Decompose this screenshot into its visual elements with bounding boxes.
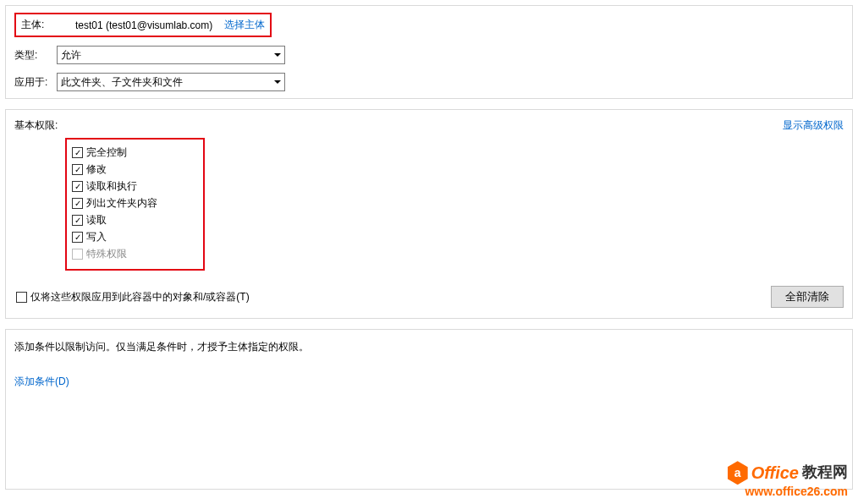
clear-all-button[interactable]: 全部清除 bbox=[771, 286, 844, 308]
permissions-header: 基本权限: 显示高级权限 bbox=[14, 118, 844, 133]
type-label: 类型: bbox=[14, 48, 57, 63]
principal-row: 主体: test01 (test01@visumlab.com) 选择主体 bbox=[14, 13, 844, 37]
perm-label: 写入 bbox=[86, 230, 107, 244]
principal-value: test01 (test01@visumlab.com) bbox=[75, 19, 212, 31]
select-principal-link[interactable]: 选择主体 bbox=[224, 18, 265, 32]
conditions-panel: 添加条件以限制访问。仅当满足条件时，才授予主体指定的权限。 添加条件(D) bbox=[5, 329, 853, 490]
applies-to-value: 此文件夹、子文件夹和文件 bbox=[61, 75, 183, 90]
checkbox-icon[interactable] bbox=[16, 292, 27, 303]
permissions-footer: 仅将这些权限应用到此容器中的对象和/或容器(T) 全部清除 bbox=[14, 286, 844, 308]
chevron-down-icon bbox=[274, 80, 281, 84]
principal-highlight: 主体: test01 (test01@visumlab.com) 选择主体 bbox=[14, 13, 272, 37]
perm-item-list-folder[interactable]: 列出文件夹内容 bbox=[72, 196, 198, 211]
checkbox-icon[interactable] bbox=[72, 164, 83, 175]
watermark-line1: a Office 教程网 bbox=[728, 461, 848, 485]
permissions-title: 基本权限: bbox=[14, 118, 58, 133]
checkbox-icon[interactable] bbox=[72, 147, 83, 158]
apply-only-label: 仅将这些权限应用到此容器中的对象和/或容器(T) bbox=[30, 290, 250, 304]
principal-label: 主体: bbox=[21, 18, 63, 32]
conditions-desc: 添加条件以限制访问。仅当满足条件时，才授予主体指定的权限。 bbox=[14, 340, 844, 354]
perm-label: 读取和执行 bbox=[86, 179, 137, 194]
applies-to-select[interactable]: 此文件夹、子文件夹和文件 bbox=[57, 73, 285, 91]
office-logo-icon: a bbox=[728, 461, 748, 485]
show-advanced-link[interactable]: 显示高级权限 bbox=[783, 118, 844, 133]
perm-item-write[interactable]: 写入 bbox=[72, 230, 198, 244]
add-condition-link[interactable]: 添加条件(D) bbox=[14, 375, 69, 387]
checkbox-icon bbox=[72, 249, 83, 260]
type-select[interactable]: 允许 bbox=[57, 46, 285, 64]
type-row: 类型: 允许 bbox=[14, 46, 844, 64]
checkbox-icon[interactable] bbox=[72, 198, 83, 209]
perm-item-read[interactable]: 读取 bbox=[72, 213, 198, 227]
checkbox-icon[interactable] bbox=[72, 181, 83, 192]
watermark: a Office 教程网 www.office26.com bbox=[728, 461, 848, 499]
permissions-list-highlight: 完全控制 修改 读取和执行 列出文件夹内容 读取 写入 特殊权限 bbox=[65, 138, 205, 271]
applies-to-label: 应用于: bbox=[14, 75, 57, 90]
chevron-down-icon bbox=[274, 53, 281, 57]
permissions-panel: 基本权限: 显示高级权限 完全控制 修改 读取和执行 列出文件夹内容 读取 写入 bbox=[5, 109, 853, 319]
watermark-brand: Office bbox=[751, 463, 799, 483]
perm-item-full-control[interactable]: 完全控制 bbox=[72, 145, 198, 160]
principal-panel: 主体: test01 (test01@visumlab.com) 选择主体 类型… bbox=[5, 5, 853, 99]
perm-label: 读取 bbox=[86, 213, 107, 227]
type-value: 允许 bbox=[61, 48, 81, 63]
perm-label: 修改 bbox=[86, 162, 107, 177]
apply-only-row[interactable]: 仅将这些权限应用到此容器中的对象和/或容器(T) bbox=[16, 290, 250, 304]
perm-label: 列出文件夹内容 bbox=[86, 196, 157, 211]
perm-item-modify[interactable]: 修改 bbox=[72, 162, 198, 177]
perm-item-special: 特殊权限 bbox=[72, 247, 198, 261]
watermark-url: www.office26.com bbox=[728, 485, 848, 499]
checkbox-icon[interactable] bbox=[72, 232, 83, 243]
perm-item-read-execute[interactable]: 读取和执行 bbox=[72, 179, 198, 194]
watermark-cn: 教程网 bbox=[802, 463, 848, 482]
checkbox-icon[interactable] bbox=[72, 215, 83, 226]
applies-to-row: 应用于: 此文件夹、子文件夹和文件 bbox=[14, 73, 844, 91]
perm-label: 完全控制 bbox=[86, 145, 127, 160]
perm-label: 特殊权限 bbox=[86, 247, 127, 261]
